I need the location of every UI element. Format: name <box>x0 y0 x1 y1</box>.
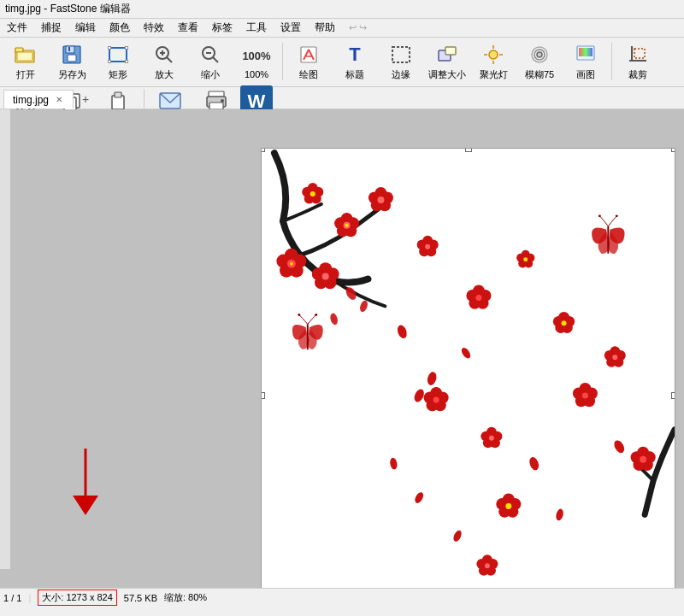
zoom100-icon: 100% <box>245 44 268 67</box>
title-icon: T <box>343 43 367 67</box>
handle-tr[interactable] <box>671 148 675 152</box>
spotlight-label: 聚光灯 <box>480 68 508 81</box>
svg-rect-50 <box>209 103 223 109</box>
svg-point-119 <box>460 346 473 360</box>
svg-point-121 <box>389 457 398 470</box>
svg-rect-19 <box>301 47 316 62</box>
rect-icon <box>106 43 130 67</box>
zoomin-button[interactable]: 放大 <box>142 39 186 84</box>
saveas-icon <box>60 43 84 67</box>
svg-point-145 <box>604 350 615 361</box>
menu-capture[interactable]: 捕捉 <box>38 20 65 36</box>
title-label: 标题 <box>345 68 364 81</box>
sep1 <box>282 43 283 80</box>
resize-icon <box>435 43 459 67</box>
open-button[interactable]: 打开 <box>3 39 48 84</box>
open-label: 打开 <box>16 68 35 81</box>
svg-point-103 <box>417 240 428 250</box>
tab-add-button[interactable]: + <box>77 90 94 109</box>
rect-label: 矩形 <box>109 68 127 81</box>
resize-button[interactable]: 调整大小 <box>425 39 469 84</box>
svg-rect-35 <box>579 48 593 56</box>
zoomin-icon <box>152 43 176 67</box>
file-size: 57.5 KB <box>124 593 157 603</box>
svg-point-70 <box>310 191 315 197</box>
title-button[interactable]: T 标题 <box>333 39 377 84</box>
handle-tl[interactable] <box>261 148 265 152</box>
svg-rect-2 <box>17 52 32 61</box>
svg-rect-5 <box>68 55 76 62</box>
menu-file[interactable]: 文件 <box>3 20 31 36</box>
svg-point-69 <box>302 187 312 197</box>
svg-point-109 <box>466 290 478 302</box>
saveas-button[interactable]: 另存为 <box>50 39 94 84</box>
title-bar: timg.jpg - FastStone 编辑器 <box>0 0 684 19</box>
menu-effects[interactable]: 特效 <box>140 20 168 36</box>
svg-rect-7 <box>109 48 127 62</box>
menu-edit[interactable]: 编辑 <box>72 20 99 36</box>
svg-point-104 <box>425 244 430 249</box>
zoomout-button[interactable]: 缩小 <box>188 39 233 84</box>
svg-rect-23 <box>392 47 410 62</box>
svg-point-152 <box>582 393 588 399</box>
rect-button[interactable]: 矩形 <box>96 39 140 84</box>
svg-point-85 <box>358 300 369 314</box>
svg-point-51 <box>221 99 224 103</box>
svg-point-134 <box>489 436 494 441</box>
svg-point-83 <box>322 273 329 280</box>
menu-help[interactable]: 帮助 <box>311 20 339 36</box>
spotlight-button[interactable]: 聚光灯 <box>471 39 516 84</box>
handle-tm[interactable] <box>465 148 472 152</box>
sep2 <box>611 43 612 80</box>
canvas-area <box>0 109 684 588</box>
handle-mr[interactable] <box>671 392 675 399</box>
edge-button[interactable]: 边缘 <box>379 39 423 84</box>
undo-redo: ↩ ↪ <box>349 22 367 33</box>
svg-point-158 <box>505 503 511 509</box>
svg-point-86 <box>329 313 339 326</box>
menu-bar: 文件 捕捉 编辑 颜色 特效 查看 标签 工具 设置 帮助 ↩ ↪ <box>0 19 684 38</box>
svg-point-11 <box>125 60 128 63</box>
svg-point-146 <box>612 355 617 360</box>
tab-timg[interactable]: timg.jpg ✕ <box>3 90 74 109</box>
paint-icon <box>574 43 598 67</box>
svg-point-64 <box>377 197 384 203</box>
menu-view[interactable]: 查看 <box>174 20 202 36</box>
crop-button[interactable]: 裁剪 <box>616 39 660 84</box>
zoomout-icon <box>198 43 222 67</box>
blur-icon <box>528 43 551 67</box>
menu-settings[interactable]: 设置 <box>277 20 304 36</box>
svg-point-89 <box>315 314 317 316</box>
svg-point-166 <box>555 508 564 522</box>
blur-button[interactable]: 模糊75 <box>517 39 562 84</box>
menu-tags[interactable]: 标签 <box>209 20 236 36</box>
svg-point-168 <box>451 529 463 543</box>
zoom100-button[interactable]: 100% 100% <box>234 39 279 84</box>
svg-point-157 <box>496 498 508 510</box>
svg-point-8 <box>108 46 111 50</box>
svg-point-164 <box>485 563 490 568</box>
edge-label: 边缘 <box>392 68 410 81</box>
svg-point-165 <box>528 455 540 471</box>
menu-tools[interactable]: 工具 <box>243 20 270 36</box>
handle-ml[interactable] <box>261 392 265 399</box>
tab-close-button[interactable]: ✕ <box>54 95 64 104</box>
open-icon <box>14 43 38 67</box>
svg-rect-1 <box>15 48 23 52</box>
svg-rect-6 <box>68 47 70 51</box>
zoomin-label: 放大 <box>155 68 174 81</box>
svg-point-33 <box>537 52 542 57</box>
resize-label: 调整大小 <box>428 68 466 81</box>
svg-point-88 <box>298 314 300 316</box>
paint-button[interactable]: 画图 <box>563 39 608 84</box>
image-canvas <box>261 148 675 588</box>
svg-point-151 <box>573 388 585 400</box>
saveas-label: 另存为 <box>58 68 86 81</box>
zoom-level: 缩放: 80% <box>164 591 207 604</box>
svg-point-118 <box>426 371 438 386</box>
draw-icon <box>297 43 321 67</box>
draw-button[interactable]: 绘图 <box>286 39 331 84</box>
svg-point-140 <box>562 320 567 326</box>
draw-label: 绘图 <box>299 68 318 81</box>
menu-color[interactable]: 颜色 <box>106 20 133 36</box>
